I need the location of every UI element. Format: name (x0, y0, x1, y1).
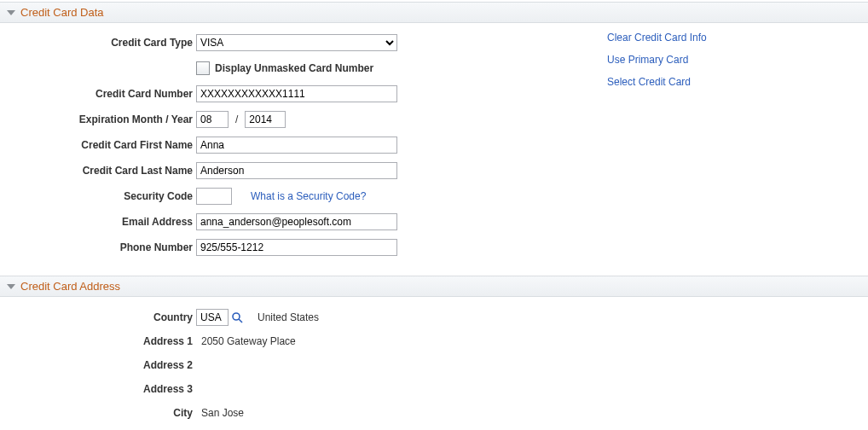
label-addr1: Address 1 (9, 335, 196, 347)
label-firstname: Credit Card First Name (9, 139, 196, 151)
exp-month-input[interactable] (196, 111, 229, 128)
firstname-input[interactable] (196, 137, 397, 154)
collapse-icon (7, 10, 15, 15)
display-unmasked-checkbox[interactable] (196, 61, 210, 75)
exp-year-input[interactable] (245, 111, 286, 128)
label-cctype: Credit Card Type (9, 37, 196, 49)
lastname-input[interactable] (196, 162, 397, 179)
svg-point-0 (233, 313, 240, 320)
exp-separator: / (229, 113, 245, 125)
use-primary-link[interactable]: Use Primary Card (607, 54, 707, 66)
label-seccode: Security Code (9, 190, 196, 202)
cc-side-links: Clear Credit Card Info Use Primary Card … (607, 32, 707, 88)
section-body-ccdata: Clear Credit Card Info Use Primary Card … (0, 23, 868, 274)
section-title-ccdata: Credit Card Data (20, 6, 104, 19)
label-email: Email Address (9, 216, 196, 228)
label-phone: Phone Number (9, 241, 196, 253)
label-addr3: Address 3 (9, 383, 196, 395)
label-city: City (9, 407, 196, 419)
email-input[interactable] (196, 213, 397, 230)
label-exp: Expiration Month / Year (9, 113, 196, 125)
value-city: San Jose (196, 407, 244, 419)
label-country: Country (9, 311, 196, 323)
cctype-select[interactable]: VISA (196, 34, 397, 51)
section-header-ccaddr[interactable]: Credit Card Address (0, 276, 868, 297)
section-header-ccdata[interactable]: Credit Card Data (0, 2, 868, 23)
country-input[interactable] (196, 309, 229, 326)
phone-input[interactable] (196, 239, 397, 256)
seccode-input[interactable] (196, 188, 232, 205)
country-lookup-icon[interactable] (230, 311, 244, 324)
ccnumber-input[interactable] (196, 85, 397, 102)
seccode-help-link[interactable]: What is a Security Code? (251, 190, 366, 202)
clear-cc-link[interactable]: Clear Credit Card Info (607, 32, 707, 44)
label-display-unmasked: Display Unmasked Card Number (215, 62, 373, 74)
svg-line-1 (239, 319, 242, 322)
label-lastname: Credit Card Last Name (9, 165, 196, 177)
section-body-ccaddr: Country United States Address 1 2050 Gat… (0, 297, 868, 430)
country-name: United States (244, 311, 319, 323)
collapse-icon (7, 284, 15, 289)
label-addr2: Address 2 (9, 359, 196, 371)
section-title-ccaddr: Credit Card Address (20, 280, 120, 293)
value-addr1: 2050 Gateway Place (196, 335, 296, 347)
select-cc-link[interactable]: Select Credit Card (607, 76, 707, 88)
label-ccnumber: Credit Card Number (9, 88, 196, 100)
